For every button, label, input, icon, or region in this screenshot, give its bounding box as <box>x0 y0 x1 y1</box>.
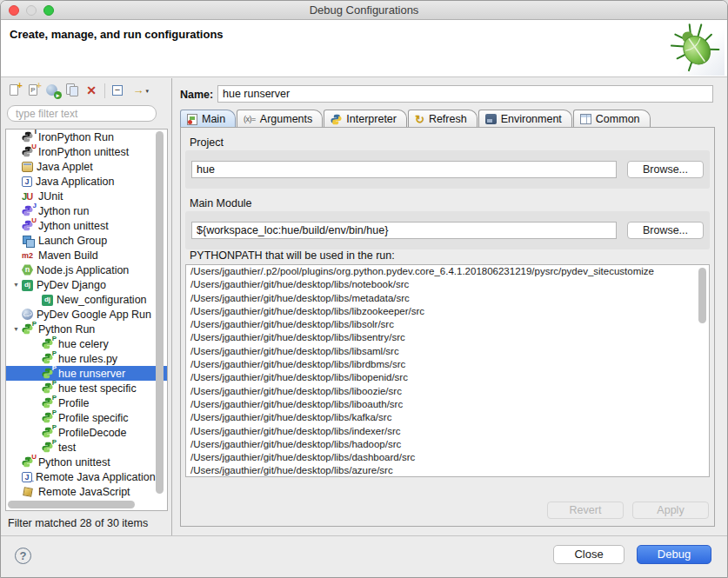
environment-tab-icon <box>485 114 497 124</box>
tree-item-jython-unittest[interactable]: UJython unittest <box>6 218 167 233</box>
help-button[interactable]: ? <box>15 548 31 564</box>
tree-item-label: ProfileDecode <box>58 427 127 439</box>
pythonpath-entry[interactable]: /Users/jgauthier/git/hue/desktop/libs/li… <box>186 318 709 331</box>
arguments-tab-icon: (x)= <box>244 115 256 123</box>
tab-label: Common <box>596 113 640 125</box>
pythonpath-list[interactable]: /Users/jgauthier/.p2/pool/plugins/org.py… <box>185 264 710 477</box>
tree-item-node-js-application[interactable]: nNode.js Application <box>6 262 167 277</box>
tab-label: Arguments <box>260 113 312 125</box>
main-module-group: Browse... <box>185 211 710 249</box>
tree-item-profile[interactable]: PProfile <box>6 395 167 410</box>
maven-icon: m2 <box>22 249 35 262</box>
python-green-icon: P <box>42 338 55 350</box>
new-prototype-icon[interactable]: P+ <box>24 82 43 99</box>
tree-item-hue-rules-py[interactable]: Phue rules.py <box>6 351 167 366</box>
project-group: Browse... <box>185 150 710 189</box>
tree-item-java-applet[interactable]: Java Applet <box>6 159 167 174</box>
common-tab-icon <box>580 114 591 124</box>
launch-group-icon <box>22 235 35 247</box>
expander-icon[interactable]: ▼ <box>10 282 22 288</box>
pythonpath-entry[interactable]: /Users/jgauthier/git/hue/desktop/libs/da… <box>186 451 709 464</box>
tree-item-label: IronPython Run <box>38 131 114 143</box>
pythonpath-entry[interactable]: /Users/jgauthier/git/hue/desktop/libs/az… <box>186 464 709 477</box>
revert-button[interactable]: Revert <box>547 502 624 519</box>
tree-item-hue-runserver[interactable]: Phue runserver <box>6 366 167 381</box>
titlebar[interactable]: Debug Configurations <box>1 1 727 20</box>
tree-item-ironpython-run[interactable]: IIronPython Run <box>6 130 167 144</box>
pythonpath-scrollbar[interactable] <box>698 267 706 475</box>
export-configuration-icon[interactable]: ▸ <box>43 82 63 99</box>
filter-configurations-icon[interactable]: →▾ <box>128 82 147 99</box>
pythonpath-entry[interactable]: /Users/jgauthier/git/hue/desktop/libs/in… <box>186 425 709 438</box>
main-module-browse-button[interactable]: Browse... <box>627 222 704 239</box>
tree-item-profile-specific[interactable]: PProfile specific <box>6 410 167 425</box>
pythonpath-scrollbar-thumb[interactable] <box>698 268 706 323</box>
tree-horizontal-scrollbar[interactable] <box>8 501 154 508</box>
tab-interpreter[interactable]: Interpreter <box>324 110 407 128</box>
tree-item-label: Launch Group <box>38 235 107 247</box>
configurations-tree[interactable]: IIronPython RunUIronPython unittestJava … <box>5 129 168 511</box>
expander-icon[interactable]: ▼ <box>10 326 22 332</box>
python-green-icon: P <box>42 442 55 454</box>
tree-item-remote-java-application[interactable]: J→Remote Java Application <box>6 469 167 484</box>
python-green-icon: P <box>42 382 55 395</box>
tree-vertical-scrollbar-thumb[interactable] <box>156 131 164 494</box>
tab-common[interactable]: Common <box>573 110 651 128</box>
tree-item-hue-test-specific[interactable]: Phue test specific <box>6 381 167 395</box>
tree-item-hue-celery[interactable]: Phue celery <box>6 336 167 351</box>
apply-button[interactable]: Apply <box>632 502 709 519</box>
tree-item-pydev-django[interactable]: ▼djPyDev Django <box>6 277 167 292</box>
tree-item-maven-build[interactable]: m2Maven Build <box>6 248 167 262</box>
tree-item-label: Java Application <box>36 176 114 188</box>
pythonpath-entry[interactable]: /Users/jgauthier/.p2/pool/plugins/org.py… <box>186 265 709 278</box>
pythonpath-entry[interactable]: /Users/jgauthier/git/hue/desktop/libs/li… <box>186 398 709 411</box>
tree-item-pydev-google-app-run[interactable]: PyDev Google App Run <box>6 307 167 322</box>
delete-configuration-icon[interactable]: ✕ <box>82 82 101 99</box>
tree-item-python-unittest[interactable]: UPython unittest <box>6 455 167 469</box>
tree-item-launch-group[interactable]: Launch Group <box>6 233 167 248</box>
tree-item-jython-run[interactable]: JJython run <box>6 203 167 218</box>
toolbar-separator <box>104 83 105 98</box>
pythonpath-entry[interactable]: /Users/jgauthier/git/hue/desktop/libs/li… <box>186 305 709 318</box>
name-input[interactable] <box>217 85 713 103</box>
tab-environment[interactable]: Environment <box>478 110 572 128</box>
tree-horizontal-scrollbar-thumb[interactable] <box>8 501 135 508</box>
pythonpath-entry[interactable]: /Users/jgauthier/git/hue/desktop/libs/li… <box>186 358 709 371</box>
collapse-all-icon[interactable]: − <box>109 82 128 99</box>
tree-item-label: Jython unittest <box>38 220 109 232</box>
new-configuration-icon[interactable]: + <box>5 82 24 99</box>
duplicate-configuration-icon[interactable] <box>63 82 82 99</box>
sidebar: +P+▸✕−→▾ IIronPython RunUIronPython unit… <box>1 78 172 535</box>
pythonpath-entry[interactable]: /Users/jgauthier/git/hue/desktop/libs/li… <box>186 331 709 344</box>
tab-label: Interpreter <box>346 113 397 125</box>
project-browse-button[interactable]: Browse... <box>627 161 704 178</box>
pythonpath-entry[interactable]: /Users/jgauthier/git/hue/desktop/libs/li… <box>186 385 709 398</box>
tree-item-java-application[interactable]: JJava Application <box>6 174 167 189</box>
tab-main[interactable]: Main <box>180 110 236 128</box>
tree-item-python-run[interactable]: ▼PPython Run <box>6 322 167 336</box>
tree-item-label: PyDev Google App Run <box>37 309 151 321</box>
tree-item-ironpython-unittest[interactable]: UIronPython unittest <box>6 144 167 159</box>
pythonpath-entry[interactable]: /Users/jgauthier/git/hue/desktop/libs/me… <box>186 292 709 305</box>
pythonpath-entry[interactable]: /Users/jgauthier/git/hue/desktop/libs/ka… <box>186 411 709 424</box>
tree-vertical-scrollbar[interactable] <box>156 131 164 508</box>
tab-label: Refresh <box>429 113 467 125</box>
tree-item-test[interactable]: Ptest <box>6 440 167 455</box>
filter-input[interactable] <box>7 105 157 122</box>
tree-item-remote-javascript[interactable]: Remote JavaScript <box>6 484 167 499</box>
project-input[interactable] <box>191 161 617 178</box>
tab-arguments[interactable]: (x)=Arguments <box>237 110 323 128</box>
pythonpath-entry[interactable]: /Users/jgauthier/git/hue/desktop/libs/li… <box>186 371 709 384</box>
pythonpath-entry[interactable]: /Users/jgauthier/git/hue/desktop/libs/ha… <box>186 438 709 451</box>
pythonpath-entry[interactable]: /Users/jgauthier/git/hue/desktop/libs/no… <box>186 278 709 291</box>
pythonpath-entry[interactable]: /Users/jgauthier/git/hue/desktop/libs/li… <box>186 345 709 358</box>
close-button[interactable]: Close <box>553 545 624 564</box>
debug-button[interactable]: Debug <box>637 545 711 564</box>
tree-item-profiledecode[interactable]: PProfileDecode <box>6 425 167 440</box>
python-purple-icon: J <box>22 205 35 217</box>
main-module-input[interactable] <box>191 222 617 239</box>
tree-item-new-configuration[interactable]: djNew_configuration <box>6 292 167 307</box>
configurations-toolbar: +P+▸✕−→▾ <box>5 82 147 99</box>
tab-refresh[interactable]: ↻Refresh <box>408 110 478 128</box>
tree-item-junit[interactable]: JUJUnit <box>6 189 167 203</box>
